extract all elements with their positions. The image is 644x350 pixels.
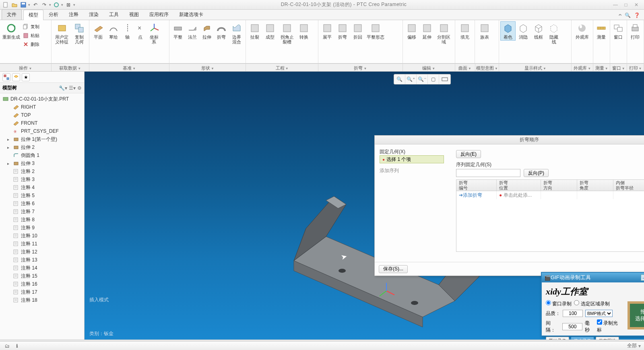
saved-view-icon[interactable] [439, 74, 450, 84]
ribbon-regen[interactable]: 重新生成 [2, 22, 21, 40]
tree-node[interactable]: ▸拉伸 3 [0, 159, 84, 167]
tree-node[interactable]: 注释 7 [0, 208, 84, 216]
ribbon-shaded[interactable]: 着色 [501, 22, 515, 40]
ribbon-hidden[interactable]: 消隐 [516, 22, 530, 40]
close-icon[interactable]: ✕ [633, 2, 640, 8]
ribbon-flatform[interactable]: 平整形态 [366, 22, 385, 40]
tree-node[interactable]: 注释 13 [0, 256, 84, 264]
tree-node[interactable]: 注释 12 [0, 248, 84, 256]
ribbon-axis[interactable]: 轴 [122, 22, 134, 40]
search-icon[interactable]: 🔍 [625, 12, 631, 18]
minimize-icon[interactable]: — [612, 2, 619, 8]
tree-node[interactable]: 注释 10 [0, 232, 84, 240]
tree-node[interactable]: 注释 2 [0, 167, 84, 175]
selection-filter[interactable]: 全部 [627, 342, 637, 349]
tab-tools[interactable]: 工具 [104, 9, 124, 20]
ribbon-minimize-icon[interactable]: ᴖ [619, 12, 621, 18]
tree-node[interactable]: 倒圆角 1 [0, 151, 84, 159]
group-label[interactable]: 曲面▼ [455, 64, 475, 71]
radio-window-record[interactable]: 窗口录制 [546, 300, 572, 307]
ribbon-bend[interactable]: 折弯 [215, 22, 228, 40]
ribbon-window[interactable]: 窗口 [612, 22, 625, 40]
tree-node[interactable]: 注释 18 [0, 296, 84, 304]
ribbon-flange[interactable]: 法兰 [186, 22, 199, 40]
group-label[interactable]: 模型意图▼ [475, 64, 500, 71]
ribbon-boundary[interactable]: 边界混合 [229, 22, 244, 45]
qat-dropdown-icon[interactable]: ▾ [61, 1, 64, 8]
layer-tree-icon[interactable] [12, 73, 20, 81]
ribbon-csys[interactable]: 坐标系 [147, 22, 161, 45]
tree-node[interactable]: 注释 3 [0, 175, 84, 183]
regenerate-icon[interactable] [52, 1, 60, 8]
ribbon-extend[interactable]: 延伸 [420, 22, 434, 40]
tab-analysis[interactable]: 分析 [43, 9, 64, 20]
ribbon-copy[interactable]: 复制 [23, 23, 45, 31]
qat-dropdown-icon[interactable]: ▾ [28, 1, 31, 8]
save-icon[interactable] [19, 1, 27, 8]
open-icon[interactable] [10, 1, 19, 8]
3d-viewport[interactable]: 🔍 🔍⁺ 🔍⁻ ▢ [85, 72, 644, 340]
new-icon[interactable] [2, 1, 10, 8]
model-tree[interactable]: DR-C-02-01-10小支架.PRTRIGHTTOPFRONT⚹PRT_CS… [0, 93, 84, 340]
fixed-geom-selector[interactable]: 选择 1 个项 [380, 155, 444, 163]
ribbon-flat[interactable]: 平整 [171, 22, 185, 40]
tree-settings-icon[interactable]: ⚙ [77, 85, 82, 91]
group-label[interactable]: 窗口▼ [610, 64, 627, 71]
ribbon-udf[interactable]: 用户定义特征 [53, 22, 70, 45]
ribbon-refold[interactable]: 折回 [351, 22, 365, 40]
bend-position-cell[interactable]: ●单击此处添... [497, 191, 541, 199]
tree-show-icon[interactable]: ☰▾ [69, 85, 76, 91]
status-tree-icon[interactable]: 🗂 [3, 343, 11, 349]
ribbon-offset[interactable]: 偏移 [405, 22, 419, 40]
seq-fixed-geom-input[interactable] [456, 169, 520, 177]
redo-icon[interactable]: ↷ [40, 1, 48, 8]
gif-recorder-window[interactable]: 🎬 GIF动画录制工具 — □ ✕ xidy工作室 窗口录制 选定区域录制 品 [541, 272, 644, 336]
group-label[interactable]: 外观库▼ [572, 64, 593, 71]
tree-node[interactable]: ▸拉伸 1(第一个壁) [0, 135, 84, 143]
ribbon-copygeom[interactable]: 复制几何 [71, 22, 87, 45]
ribbon-hiddenline[interactable]: 隐藏线 [547, 22, 561, 45]
group-label[interactable]: 测量▼ [593, 64, 610, 71]
tab-render[interactable]: 渲染 [84, 9, 104, 20]
reverse-button-1[interactable]: 反向(E) [456, 150, 481, 158]
tab-view[interactable]: 视图 [124, 9, 144, 20]
ribbon-wireframe[interactable]: 线框 [531, 22, 546, 40]
tree-node[interactable]: TOP [0, 111, 84, 119]
tree-node[interactable]: 注释 16 [0, 280, 84, 288]
filter-dropdown-icon[interactable]: ▾ [638, 343, 641, 349]
tree-root[interactable]: DR-C-02-01-10小支架.PRT [0, 95, 84, 103]
tree-node[interactable]: 注释 15 [0, 272, 84, 280]
ribbon-rip[interactable]: 扯裂 [248, 22, 262, 40]
ribbon-split[interactable]: 分割区域 [435, 22, 453, 45]
group-label[interactable]: 显示样式▼ [499, 64, 572, 71]
tree-node[interactable]: ▸拉伸 2 [0, 143, 84, 151]
group-label[interactable]: 形状▼ [169, 64, 246, 71]
tree-node[interactable]: 注释 8 [0, 216, 84, 224]
ribbon-unbend[interactable]: 展平 [320, 22, 334, 40]
close-window-icon[interactable]: ⊠ [64, 1, 72, 8]
tab-model[interactable]: 模型 [23, 10, 43, 20]
ribbon-convert[interactable]: 转换 [297, 22, 311, 40]
favorites-icon[interactable]: ★ [22, 73, 30, 81]
ribbon-bendback[interactable]: 折弯 [335, 22, 350, 40]
refit-icon[interactable]: ▢ [428, 74, 439, 84]
zoom-fit-icon[interactable]: 🔍 [394, 74, 405, 84]
table-header[interactable]: 折弯编号 [456, 180, 497, 191]
recorder-titlebar[interactable]: 🎬 GIF动画录制工具 — □ ✕ [542, 273, 644, 282]
tree-view-icon[interactable] [2, 73, 10, 81]
interval-input[interactable] [562, 323, 582, 330]
ribbon-fill[interactable]: 填充 [457, 22, 473, 40]
table-row[interactable]: ➔ 添加折弯 ●单击此处添... [456, 191, 644, 199]
tree-node[interactable]: 注释 14 [0, 264, 84, 272]
ribbon-delete[interactable]: 删除 [23, 40, 45, 48]
ribbon-print[interactable]: 打印 [629, 22, 642, 40]
status-info-icon[interactable]: ℹ [13, 343, 21, 349]
ribbon-famtable[interactable]: 族表 [477, 22, 493, 40]
table-header[interactable]: 折弯位置 [497, 180, 541, 191]
table-header[interactable]: 折弯方向 [541, 180, 577, 191]
tree-node[interactable]: FRONT [0, 119, 84, 127]
tree-node[interactable]: 注释 9 [0, 224, 84, 232]
radio-region-record[interactable]: 选定区域录制 [574, 300, 609, 307]
tab-new[interactable]: 新建选项卡 [174, 9, 208, 20]
tree-node[interactable]: RIGHT [0, 103, 84, 111]
